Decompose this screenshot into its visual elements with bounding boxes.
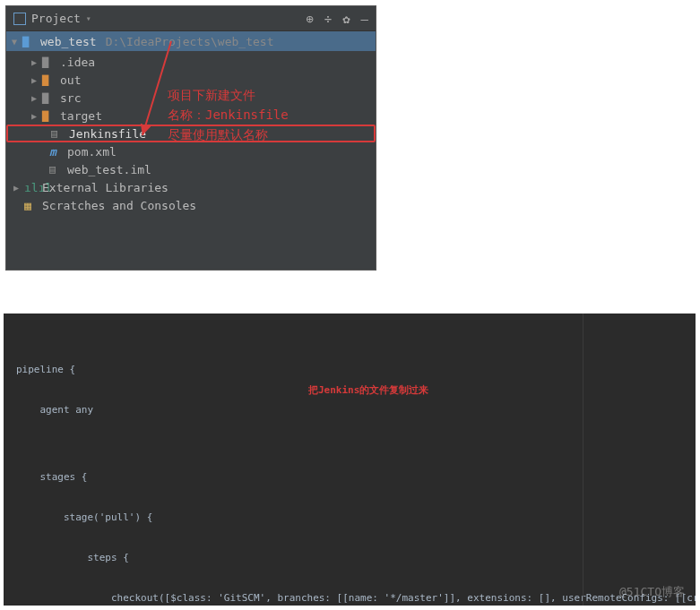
project-root-name: web_test bbox=[40, 35, 97, 48]
tree-label: target bbox=[60, 109, 102, 123]
project-view-icon bbox=[13, 13, 26, 25]
tree-label: Scratches and Consoles bbox=[42, 199, 196, 212]
tree-item-pom[interactable]: m pom.xml bbox=[6, 142, 376, 160]
tree-item-iml[interactable]: ▤ web_test.iml bbox=[6, 160, 376, 178]
watermark: @51CTO博客 bbox=[619, 585, 685, 598]
target-icon[interactable]: ⊕ bbox=[306, 12, 313, 26]
project-root-row[interactable]: ▼ ▇ web_test D:\IdeaProjects\web_test bbox=[6, 31, 376, 51]
expand-arrow-icon[interactable]: ▶ bbox=[31, 93, 42, 103]
filter-icon[interactable]: ÷ bbox=[324, 12, 332, 26]
code-line: checkout([$class: 'GitSCM', branches: [[… bbox=[16, 591, 696, 605]
expand-arrow-icon[interactable]: ▶ bbox=[31, 75, 42, 85]
project-dropdown-icon[interactable]: ▾ bbox=[86, 13, 91, 23]
tree-label: .idea bbox=[60, 56, 95, 69]
code-line: stages { bbox=[16, 470, 696, 484]
gear-icon[interactable]: ✿ bbox=[342, 12, 350, 26]
code-line: stage('pull') { bbox=[16, 511, 696, 524]
tree-item-scratches[interactable]: ▦ Scratches and Consoles bbox=[6, 196, 376, 214]
expand-arrow-icon[interactable]: ▶ bbox=[31, 57, 42, 67]
tree-label: web_test.iml bbox=[67, 163, 151, 176]
expand-arrow-icon[interactable]: ▼ bbox=[12, 37, 22, 47]
tree-item-external-libraries[interactable]: ▶ ılıl External Libraries bbox=[6, 178, 376, 196]
libraries-icon: ılıl bbox=[24, 181, 39, 194]
scratches-icon: ▦ bbox=[24, 199, 39, 212]
annotation-line: 尽量使用默认名称 bbox=[168, 125, 289, 144]
folder-icon: ▇ bbox=[42, 73, 56, 86]
code-line: steps { bbox=[16, 551, 696, 564]
project-tool-window: Project ▾ ⊕ ÷ ✿ — ▼ ▇ web_test D:\IdeaPr… bbox=[5, 5, 376, 271]
expand-arrow-icon[interactable]: ▶ bbox=[31, 111, 42, 121]
maven-icon: m bbox=[49, 145, 64, 159]
tree-label: out bbox=[60, 73, 81, 87]
expand-arrow-icon[interactable]: ▶ bbox=[13, 183, 24, 193]
editor-margin-line bbox=[583, 314, 583, 606]
project-title: Project bbox=[31, 12, 81, 25]
code-line: pipeline { bbox=[16, 363, 696, 376]
project-annotation: 项目下新建文件 名称：Jenkinsfile 尽量使用默认名称 bbox=[168, 85, 289, 144]
folder-icon: ▇ bbox=[42, 109, 56, 122]
project-root-path: D:\IdeaProjects\web_test bbox=[106, 35, 274, 48]
folder-icon: ▇ bbox=[42, 91, 56, 104]
tree-label: External Libraries bbox=[42, 181, 169, 194]
folder-icon: ▇ bbox=[42, 56, 56, 68]
project-folder-icon: ▇ bbox=[22, 35, 37, 47]
code-line: agent any bbox=[16, 403, 696, 417]
file-icon: ▤ bbox=[51, 127, 65, 140]
hide-icon[interactable]: — bbox=[361, 12, 368, 26]
tree-label: Jenkinsfile bbox=[69, 127, 146, 141]
annotation-line: 名称：Jenkinsfile bbox=[168, 105, 289, 125]
editor-annotation: 把Jenkins的文件复制过来 bbox=[308, 383, 428, 397]
annotation-line: 项目下新建文件 bbox=[168, 85, 289, 105]
file-icon: ▤ bbox=[49, 163, 64, 176]
project-header: Project ▾ ⊕ ÷ ✿ — bbox=[6, 6, 376, 31]
tree-label: pom.xml bbox=[67, 145, 117, 159]
tree-label: src bbox=[60, 91, 81, 105]
code-editor[interactable]: pipeline { agent any stages { stage('pul… bbox=[4, 314, 696, 606]
tree-item-idea[interactable]: ▶ ▇ .idea bbox=[6, 53, 376, 71]
